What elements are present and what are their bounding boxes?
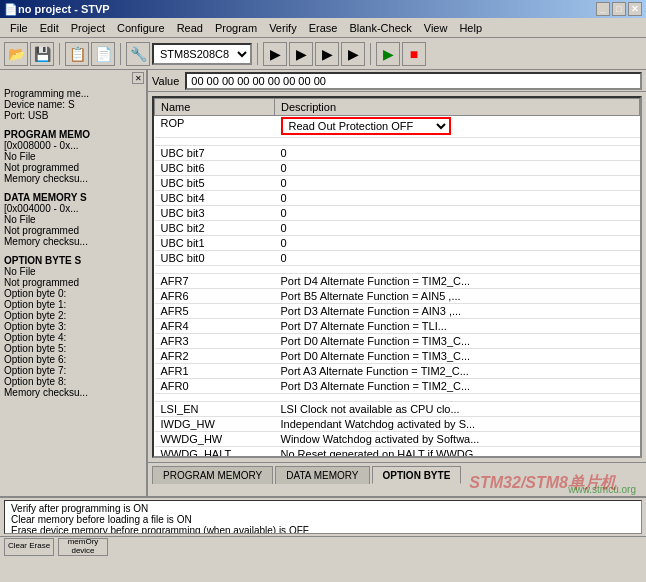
rop-select[interactable]: Read Out Protection OFF Read Out Protect… [281, 117, 451, 135]
option-byte-header: OPTION BYTE S [4, 255, 142, 266]
device-icon: 🔧 [126, 42, 150, 66]
table-row: WWDG_HWWindow Watchdog activated by Soft… [155, 432, 640, 447]
left-panel-line3: Port: USB [4, 110, 142, 121]
table-row: IWDG_HWIndependant Watchdog activated by… [155, 417, 640, 432]
open-button[interactable]: 📂 [4, 42, 28, 66]
tab-bar-container: PROGRAM MEMORY DATA MEMORY OPTION BYTE S… [148, 462, 646, 496]
menu-read[interactable]: Read [171, 20, 209, 36]
menu-configure[interactable]: Configure [111, 20, 171, 36]
ob-5: Option byte 5: [4, 343, 142, 354]
tab-bar: PROGRAM MEMORY DATA MEMORY OPTION BYTE S… [148, 462, 646, 484]
pm-checksum: Memory checksu... [4, 173, 142, 184]
table-row: AFR4Port D7 Alternate Function = TLI... [155, 319, 640, 334]
run-button[interactable]: ▶ [376, 42, 400, 66]
left-panel-close-button[interactable]: ✕ [132, 72, 144, 84]
value-box: 00 00 00 00 00 00 00 00 00 [185, 72, 642, 90]
data-memory-header: DATA MEMORY S [4, 192, 142, 203]
col-header-name: Name [155, 99, 275, 116]
save-button[interactable]: 💾 [30, 42, 54, 66]
menu-project[interactable]: Project [65, 20, 111, 36]
table-row: AFR1Port A3 Alternate Function = TIM2_C.… [155, 364, 640, 379]
watermark-line2: www.stmcu.org [148, 484, 646, 496]
title-bar: 📄 no project - STVP _ □ ✕ [0, 0, 646, 18]
title-bar-title: no project - STVP [18, 3, 110, 15]
table-row: AFR5Port D3 Alternate Function = AIN3 ,.… [155, 304, 640, 319]
option-table: Name Description ROP Read Out Protection… [154, 98, 640, 458]
menu-erase[interactable]: Erase [303, 20, 344, 36]
menu-verify[interactable]: Verify [263, 20, 303, 36]
erase-button[interactable]: ▶ [341, 42, 365, 66]
table-row: UBC bit00 [155, 251, 640, 266]
ob-status: Not programmed [4, 277, 142, 288]
maximize-button[interactable]: □ [612, 2, 626, 16]
menu-blank-check[interactable]: Blank-Check [343, 20, 417, 36]
dm-file: No File [4, 214, 142, 225]
table-row: AFR6Port B5 Alternate Function = AIN5 ,.… [155, 289, 640, 304]
ob-6: Option byte 6: [4, 354, 142, 365]
copy-button[interactable]: 📋 [65, 42, 89, 66]
ob-8: Option byte 8: [4, 376, 142, 387]
paste-button[interactable]: 📄 [91, 42, 115, 66]
status-line-3: Erase device memory before programming (… [11, 525, 635, 534]
table-row: UBC bit70 [155, 146, 640, 161]
status-line-1: Verify after programming is ON [11, 503, 635, 514]
rop-name: ROP [155, 116, 275, 138]
left-panel-line2: Device name: S [4, 99, 142, 110]
toolbar: 📂 💾 📋 📄 🔧 STM8S208C8 ▶ ▶ ▶ ▶ ▶ ■ [0, 38, 646, 70]
left-panel: ✕ Programming me... Device name: S Port:… [0, 70, 148, 496]
table-row-rop: ROP Read Out Protection OFF Read Out Pro… [155, 116, 640, 138]
menu-help[interactable]: Help [453, 20, 488, 36]
table-row: UBC bit60 [155, 161, 640, 176]
status-line-2: Clear memory before loading a file is ON [11, 514, 635, 525]
clear-erase-button[interactable]: Clear Erase [4, 538, 54, 556]
table-row: UBC bit20 [155, 221, 640, 236]
table-row: UBC bit40 [155, 191, 640, 206]
bottom-toolbar: Clear Erase memOry device [0, 536, 646, 556]
col-header-desc: Description [275, 99, 640, 116]
toolbar-separator-1 [59, 43, 60, 65]
tab-data-memory[interactable]: DATA MEMORY [275, 466, 369, 484]
tab-option-byte[interactable]: OPTION BYTE [372, 466, 462, 484]
table-row: UBC bit10 [155, 236, 640, 251]
rop-desc-cell: Read Out Protection OFF Read Out Protect… [275, 116, 640, 138]
value-row: Value 00 00 00 00 00 00 00 00 00 [148, 70, 646, 92]
minimize-button[interactable]: _ [596, 2, 610, 16]
menu-file[interactable]: File [4, 20, 34, 36]
ob-7: Option byte 7: [4, 365, 142, 376]
pm-range: [0x008000 - 0x... [4, 140, 142, 151]
table-row: WWDG_HALTNo Reset generated on HALT if W… [155, 447, 640, 459]
menu-edit[interactable]: Edit [34, 20, 65, 36]
close-button[interactable]: ✕ [628, 2, 642, 16]
read-button[interactable]: ▶ [263, 42, 287, 66]
left-panel-content: Programming me... Device name: S Port: U… [0, 86, 146, 492]
table-row: AFR3Port D0 Alternate Function = TIM3_C.… [155, 334, 640, 349]
dm-range: [0x004000 - 0x... [4, 203, 142, 214]
status-content: Verify after programming is ON Clear mem… [4, 500, 642, 534]
toolbar-separator-4 [370, 43, 371, 65]
menu-bar: File Edit Project Configure Read Program… [0, 18, 646, 38]
memory-device-button[interactable]: memOry device [58, 538, 108, 556]
stop-button[interactable]: ■ [402, 42, 426, 66]
table-row: AFR2Port D0 Alternate Function = TIM3_C.… [155, 349, 640, 364]
title-bar-icon: 📄 [4, 3, 18, 16]
dm-status: Not programmed [4, 225, 142, 236]
pm-status: Not programmed [4, 162, 142, 173]
toolbar-separator-3 [257, 43, 258, 65]
ob-4: Option byte 4: [4, 332, 142, 343]
tab-program-memory[interactable]: PROGRAM MEMORY [152, 466, 273, 484]
device-select[interactable]: STM8S208C8 [152, 43, 252, 65]
menu-program[interactable]: Program [209, 20, 263, 36]
pm-file: No File [4, 151, 142, 162]
verify-button[interactable]: ▶ [315, 42, 339, 66]
ob-3: Option byte 3: [4, 321, 142, 332]
option-table-container[interactable]: Name Description ROP Read Out Protection… [152, 96, 642, 458]
right-panel: Value 00 00 00 00 00 00 00 00 00 Name De… [148, 70, 646, 496]
status-bar: Verify after programming is ON Clear mem… [0, 496, 646, 556]
ob-2: Option byte 2: [4, 310, 142, 321]
program-memory-header: PROGRAM MEMO [4, 129, 142, 140]
menu-view[interactable]: View [418, 20, 454, 36]
dm-checksum: Memory checksu... [4, 236, 142, 247]
table-row: UBC bit50 [155, 176, 640, 191]
program-button[interactable]: ▶ [289, 42, 313, 66]
table-row: UBC bit30 [155, 206, 640, 221]
